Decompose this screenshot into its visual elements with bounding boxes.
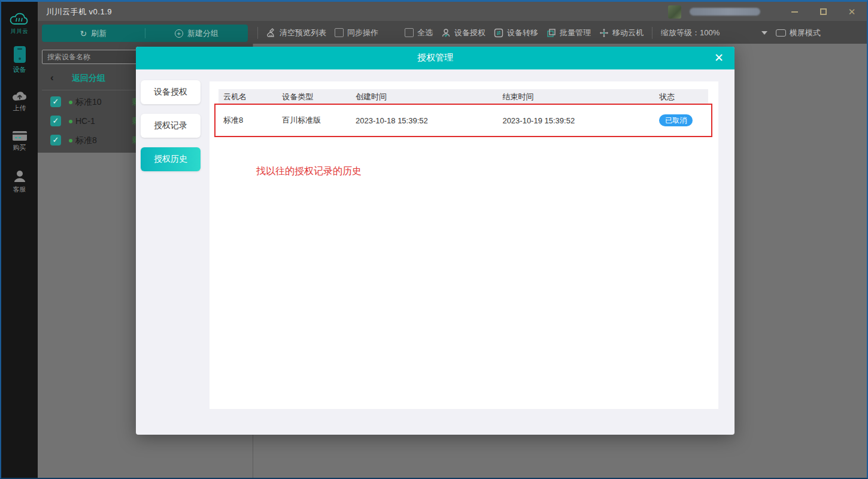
toolbar: ↻ 刷新 + 新建分组 清空预览列表 同步操作: [38, 22, 867, 44]
app-title: 川川云手机 v0.1.9: [46, 7, 112, 17]
table-row[interactable]: 标准8 百川标准版 2023-10-18 15:39:52 2023-10-19…: [218, 104, 708, 137]
cell-device-type: 百川标准版: [282, 115, 356, 126]
close-icon: ✕: [714, 51, 724, 64]
divider: [652, 27, 652, 39]
sidebar-item-label: 客服: [1, 185, 38, 194]
online-status-dot: [69, 120, 72, 123]
sidebar-item-label: 设备: [1, 65, 38, 74]
cell-created-time: 2023-10-18 15:39:52: [356, 116, 502, 125]
modal-title: 授权管理: [136, 52, 735, 63]
tab-device-authorize[interactable]: 设备授权: [141, 80, 201, 104]
col-header-status: 状态: [659, 92, 708, 102]
zoom-level-dropdown[interactable]: 缩放等级：100%: [661, 28, 767, 38]
landscape-mode-label: 横屏模式: [790, 28, 821, 38]
batch-layers-icon: [547, 28, 556, 38]
tab-label: 设备授权: [154, 87, 187, 98]
checkbox-checked-icon[interactable]: ✓: [50, 116, 61, 126]
move-cloud-phone-button[interactable]: 移动云机: [599, 28, 644, 38]
select-all-toggle[interactable]: 全选: [405, 28, 433, 38]
title-bar: 川川云手机 v0.1.9 ✕: [38, 2, 867, 22]
sidebar-item-upload[interactable]: 上传: [1, 89, 38, 113]
device-authorize-label: 设备授权: [454, 28, 485, 38]
group-action-bar: ↻ 刷新 + 新建分组: [42, 25, 248, 42]
move-arrows-icon: [599, 28, 609, 38]
refresh-button[interactable]: ↻ 刷新: [42, 25, 145, 42]
authorization-history-table: 云机名 设备类型 创建时间 结束时间 状态 标准8 百川标准版 2023-10-…: [218, 89, 708, 137]
chevron-left-icon: ‹: [50, 72, 54, 84]
col-header-device-type: 设备类型: [282, 92, 356, 102]
device-name: 标准10: [75, 97, 102, 108]
cell-machine-name: 标准8: [218, 115, 282, 126]
select-all-label: 全选: [417, 28, 433, 38]
user-avatar[interactable]: [668, 5, 681, 19]
upload-cloud-icon: [11, 89, 29, 102]
checkbox-checked-icon[interactable]: ✓: [50, 96, 61, 107]
clear-preview-label: 清空预览列表: [280, 28, 326, 38]
transfer-icon: [494, 28, 503, 38]
icon-rail: 川川云 设备 上传 购买: [1, 2, 38, 478]
batch-manage-label: 批量管理: [560, 28, 591, 38]
landscape-mode-toggle[interactable]: 横屏模式: [776, 28, 821, 38]
device-phone-icon: [12, 45, 28, 64]
person-check-icon: [441, 28, 451, 38]
annotation-text: 找以往的授权记录的历史: [256, 165, 362, 178]
online-status-dot: [69, 139, 72, 143]
checkbox-icon[interactable]: [405, 28, 414, 37]
sidebar-item-label: 购买: [1, 143, 38, 152]
zoom-level-label: 缩放等级：100%: [661, 28, 720, 38]
authorization-management-modal: 授权管理 ✕ 设备授权 授权记录 授权历史 云机名 设备类型 创建时间: [136, 47, 735, 435]
close-icon: ✕: [848, 7, 856, 17]
refresh-icon: ↻: [80, 29, 87, 38]
close-button[interactable]: ✕: [842, 4, 862, 20]
tab-label: 授权记录: [154, 120, 187, 131]
app-window: 川川云手机 v0.1.9 ✕ 川川云 设备: [0, 0, 868, 479]
batch-manage-button[interactable]: 批量管理: [547, 28, 591, 38]
modal-close-button[interactable]: ✕: [711, 50, 727, 66]
chevron-down-icon: [761, 31, 767, 35]
divider: [257, 27, 258, 39]
device-name: 标准8: [75, 135, 97, 146]
device-authorize-button[interactable]: 设备授权: [441, 28, 485, 38]
maximize-icon: [820, 8, 827, 15]
status-badge[interactable]: 已取消: [659, 114, 693, 126]
device-name: HC-1: [75, 116, 95, 126]
minimize-icon: [791, 11, 798, 13]
customer-service-icon: [13, 169, 27, 184]
minimize-button[interactable]: [784, 4, 805, 20]
checkbox-icon[interactable]: [335, 28, 344, 37]
user-name-masked: [690, 8, 760, 16]
sidebar-item-devices[interactable]: 设备: [1, 45, 38, 74]
online-status-dot: [69, 101, 72, 104]
col-header-created-time: 创建时间: [356, 92, 502, 102]
device-transfer-label: 设备转移: [507, 28, 538, 38]
cell-end-time: 2023-10-19 15:39:52: [502, 116, 659, 125]
tab-authorization-history[interactable]: 授权历史: [141, 147, 201, 171]
landscape-icon: [776, 29, 786, 37]
sidebar-item-purchase[interactable]: 购买: [1, 130, 38, 152]
tab-authorization-records[interactable]: 授权记录: [141, 114, 201, 138]
new-group-label: 新建分组: [187, 28, 218, 39]
table-header-row: 云机名 设备类型 创建时间 结束时间 状态: [218, 89, 708, 104]
sync-operation-label: 同步操作: [347, 28, 378, 38]
credit-card-icon: [11, 130, 28, 142]
cloud-logo-icon: [8, 11, 32, 27]
col-header-end-time: 结束时间: [502, 92, 659, 102]
back-to-groups-label: 返回分组: [72, 73, 105, 84]
app-logo: 川川云: [1, 11, 38, 35]
refresh-label: 刷新: [91, 28, 107, 39]
clear-preview-button[interactable]: 清空预览列表: [266, 28, 326, 38]
logo-text: 川川云: [1, 28, 38, 35]
tab-label: 授权历史: [154, 154, 187, 165]
sidebar-item-support[interactable]: 客服: [1, 169, 38, 194]
modal-content-panel: 云机名 设备类型 创建时间 结束时间 状态 标准8 百川标准版 2023-10-…: [210, 81, 718, 409]
new-group-button[interactable]: + 新建分组: [145, 25, 248, 42]
plus-circle-icon: +: [175, 29, 183, 38]
checkbox-checked-icon[interactable]: ✓: [50, 135, 61, 145]
modal-header: 授权管理 ✕: [136, 47, 735, 69]
sync-operation-toggle[interactable]: 同步操作: [335, 28, 378, 38]
move-cloud-phone-label: 移动云机: [612, 28, 644, 38]
maximize-button[interactable]: [813, 4, 833, 20]
col-header-machine-name: 云机名: [218, 92, 282, 102]
sidebar-item-label: 上传: [1, 104, 38, 113]
device-transfer-button[interactable]: 设备转移: [494, 28, 538, 38]
